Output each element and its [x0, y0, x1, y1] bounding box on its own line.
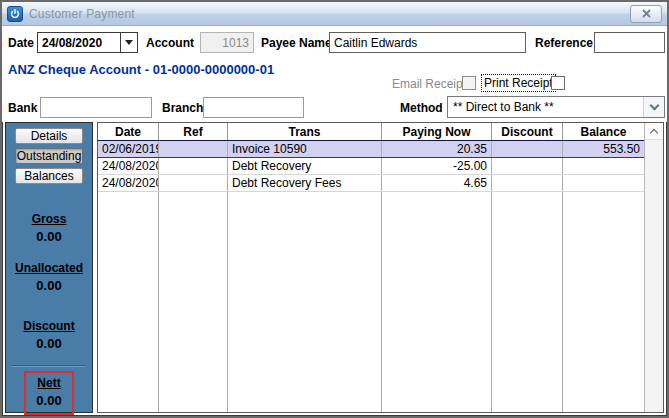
cell-discount[interactable] [492, 175, 563, 191]
outstanding-button[interactable]: Outstanding [15, 148, 83, 164]
details-button[interactable]: Details [15, 128, 83, 144]
cell-date: 24/08/2020 [98, 175, 159, 191]
bank-account-heading: ANZ Cheque Account - 01-0000-0000000-01 [8, 62, 274, 77]
method-value: ** Direct to Bank ** [448, 100, 643, 114]
sidebar-divider [12, 365, 86, 367]
cell-date: 02/06/2019 [98, 141, 159, 157]
vertical-scrollbar[interactable] [644, 123, 663, 412]
nett-total: Nett 0.00 [36, 376, 61, 408]
nett-value: 0.00 [36, 393, 61, 408]
cell-balance [563, 158, 644, 174]
cell-paying-now[interactable]: 4.65 [382, 175, 492, 191]
table-row[interactable]: 24/08/2020 Debt Recovery Fees 4.65 [98, 175, 644, 192]
cell-balance: 553.50 [563, 141, 644, 157]
cell-paying-now[interactable]: -25.00 [382, 158, 492, 174]
discount-value: 0.00 [23, 336, 74, 351]
payee-name-field[interactable] [329, 32, 526, 53]
cell-trans: Debt Recovery [228, 158, 382, 174]
method-select[interactable]: ** Direct to Bank ** [447, 96, 665, 118]
unallocated-label: Unallocated [15, 261, 83, 275]
main-area: Details Outstanding Balances Gross 0.00 … [2, 122, 667, 416]
unallocated-total: Unallocated 0.00 [15, 261, 83, 293]
cell-discount[interactable] [492, 158, 563, 174]
col-header-balance[interactable]: Balance [563, 123, 644, 140]
bank-label: Bank [8, 101, 37, 115]
email-receipt-checkbox[interactable] [462, 76, 476, 90]
gross-label: Gross [32, 212, 67, 226]
cell-discount[interactable] [492, 141, 563, 157]
cell-date: 24/08/2020 [98, 158, 159, 174]
date-value: 24/08/2020 [38, 36, 120, 50]
reference-field[interactable] [594, 32, 665, 53]
transactions-table: Date Ref Trans Paying Now Discount Balan… [97, 122, 664, 413]
cell-trans: Debt Recovery Fees [228, 175, 382, 191]
scroll-up-button[interactable] [645, 123, 663, 140]
table-row[interactable]: 02/06/2019 Invoice 10590 20.35 553.50 [98, 141, 644, 158]
sidebar: Details Outstanding Balances Gross 0.00 … [5, 122, 93, 413]
cell-trans: Invoice 10590 [228, 141, 382, 157]
window-title: Customer Payment [29, 7, 135, 21]
print-receipt-label: Print Receipt [482, 75, 555, 91]
close-button[interactable] [630, 5, 662, 23]
bank-field[interactable] [40, 97, 152, 118]
customer-payment-window: Customer Payment Date 24/08/2020 Account… [0, 0, 669, 418]
col-header-paying-now[interactable]: Paying Now [382, 123, 492, 140]
balances-button[interactable]: Balances [15, 168, 83, 184]
cell-balance [563, 175, 644, 191]
method-label: Method [400, 101, 443, 115]
cell-ref [159, 158, 228, 174]
chevron-up-icon [650, 128, 658, 136]
nett-highlight-box: Nett 0.00 [24, 371, 73, 415]
table-header-row: Date Ref Trans Paying Now Discount Balan… [98, 123, 644, 141]
branch-label: Branch [162, 101, 203, 115]
payment-form: Date 24/08/2020 Account Payee Name Refer… [2, 26, 667, 122]
reference-label: Reference [535, 36, 593, 50]
cell-paying-now[interactable]: 20.35 [382, 141, 492, 157]
col-header-trans[interactable]: Trans [228, 123, 382, 140]
account-field [200, 32, 254, 53]
email-receipt-label: Email Receipt [392, 77, 466, 91]
power-icon [7, 6, 23, 22]
cell-ref [159, 141, 228, 157]
col-header-discount[interactable]: Discount [492, 123, 563, 140]
gross-total: Gross 0.00 [32, 212, 67, 244]
gross-value: 0.00 [32, 229, 67, 244]
nett-label: Nett [36, 376, 61, 390]
print-receipt-checkbox[interactable] [551, 76, 565, 90]
account-label: Account [146, 36, 194, 50]
chevron-down-icon [649, 101, 659, 111]
unallocated-value: 0.00 [15, 278, 83, 293]
date-combobox[interactable]: 24/08/2020 [37, 32, 138, 53]
cell-ref [159, 175, 228, 191]
table-row[interactable]: 24/08/2020 Debt Recovery -25.00 [98, 158, 644, 175]
titlebar: Customer Payment [2, 2, 667, 26]
method-dropdown-button[interactable] [643, 97, 664, 117]
table-empty-area [98, 192, 644, 412]
col-header-ref[interactable]: Ref [159, 123, 228, 140]
discount-label: Discount [23, 319, 74, 333]
date-dropdown-button[interactable] [120, 33, 137, 52]
date-label: Date [8, 36, 34, 50]
col-header-date[interactable]: Date [98, 123, 159, 140]
branch-field[interactable] [203, 97, 304, 118]
payee-name-label: Payee Name [261, 36, 332, 50]
discount-total: Discount 0.00 [23, 319, 74, 351]
dropdown-arrow-icon [125, 40, 133, 45]
